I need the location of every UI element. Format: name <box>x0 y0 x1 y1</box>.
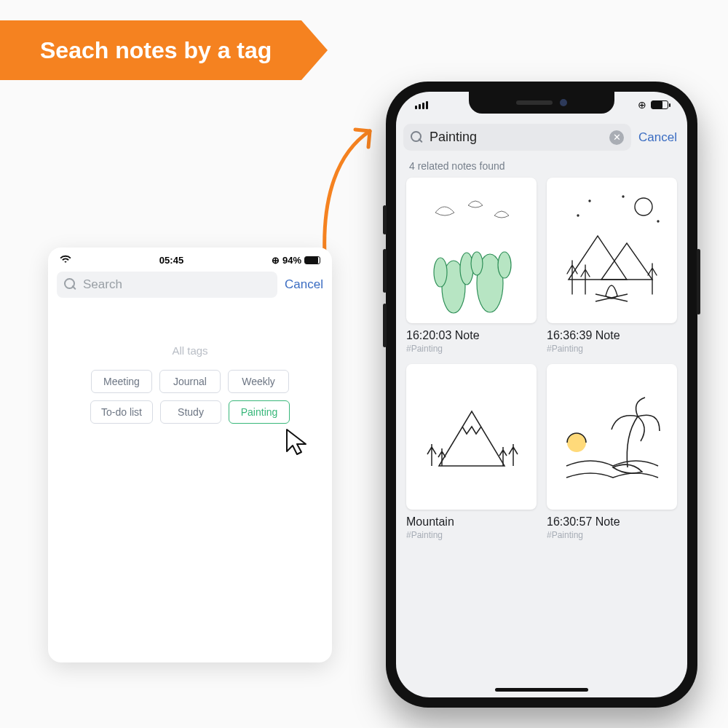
statusbar-battery: 94% <box>282 255 301 266</box>
svg-point-5 <box>471 252 483 275</box>
note-title: Mountain <box>406 515 537 529</box>
results-grid: 16:20:03 Note #Painting <box>406 178 677 540</box>
tag-chip-journal[interactable]: Journal <box>159 370 221 393</box>
svg-point-4 <box>498 252 511 278</box>
note-tag: #Painting <box>547 530 677 540</box>
phone-search-input[interactable]: Painting ✕ <box>403 124 631 151</box>
clear-search-button[interactable]: ✕ <box>609 130 624 145</box>
phone-frame: 5:20 PM ⊕ Painting ✕ Cancel 4 related no… <box>386 82 697 708</box>
all-tags-label: All tags <box>48 344 332 357</box>
phone-cancel-button[interactable]: Cancel <box>638 130 680 145</box>
svg-point-1 <box>434 258 447 287</box>
banner: Seach notes by a tag <box>0 20 328 80</box>
cursor-icon <box>282 427 314 459</box>
search-icon <box>411 131 424 144</box>
tag-list-card: 05:45 ⊕ 94% Search Cancel All tags Meeti… <box>48 248 332 662</box>
phone-notch <box>469 92 614 114</box>
note-title: 16:20:03 Note <box>406 329 537 342</box>
phone-search-row: Painting ✕ Cancel <box>403 124 680 151</box>
note-tag: #Painting <box>406 344 537 354</box>
rotation-lock-icon: ⊕ <box>638 99 646 111</box>
tag-chip-meeting[interactable]: Meeting <box>91 370 152 393</box>
note-card[interactable]: Mountain #Painting <box>406 364 537 540</box>
statusbar-time: 05:45 <box>159 255 183 266</box>
note-thumbnail-island <box>547 364 677 510</box>
rotation-lock-icon: ⊕ <box>272 255 280 266</box>
battery-icon <box>651 100 668 109</box>
results-count-label: 4 related notes found <box>409 160 505 172</box>
tag-chip-painting[interactable]: Painting <box>229 400 290 424</box>
note-thumbnail-cactus <box>406 178 537 323</box>
search-placeholder: Search <box>83 277 122 292</box>
note-tag: #Painting <box>547 344 677 354</box>
search-icon <box>64 278 77 291</box>
svg-point-10 <box>657 221 659 222</box>
tag-chip-weekly[interactable]: Weekly <box>228 370 289 393</box>
note-thumbnail-campfire <box>547 178 677 323</box>
banner-text: Seach notes by a tag <box>40 37 272 64</box>
note-title: 16:30:57 Note <box>547 515 677 529</box>
phone-screen: 5:20 PM ⊕ Painting ✕ Cancel 4 related no… <box>396 92 687 697</box>
note-card[interactable]: 16:30:57 Note #Painting <box>547 364 677 540</box>
statusbar: 05:45 ⊕ 94% <box>48 248 332 266</box>
arrow <box>312 109 384 269</box>
phone-search-value: Painting <box>430 130 604 145</box>
tag-list: Meeting Journal Weekly To-do list Study … <box>48 370 332 424</box>
note-tag: #Painting <box>406 530 537 540</box>
close-icon: ✕ <box>613 132 621 142</box>
svg-point-7 <box>577 215 579 216</box>
svg-point-8 <box>589 200 590 202</box>
signal-icon <box>415 101 428 109</box>
search-row: Search Cancel <box>48 266 332 304</box>
note-thumbnail-mountain <box>406 364 537 510</box>
tag-chip-study[interactable]: Study <box>160 400 221 424</box>
note-title: 16:36:39 Note <box>547 329 677 342</box>
home-indicator[interactable] <box>495 688 588 692</box>
note-card[interactable]: 16:36:39 Note #Painting <box>547 178 677 354</box>
svg-point-6 <box>635 198 652 215</box>
tag-chip-todo-list[interactable]: To-do list <box>90 400 153 424</box>
cancel-button[interactable]: Cancel <box>285 277 323 292</box>
wifi-icon <box>60 255 71 266</box>
search-input[interactable]: Search <box>57 272 277 298</box>
note-card[interactable]: 16:20:03 Note #Painting <box>406 178 537 354</box>
svg-point-9 <box>622 196 624 197</box>
